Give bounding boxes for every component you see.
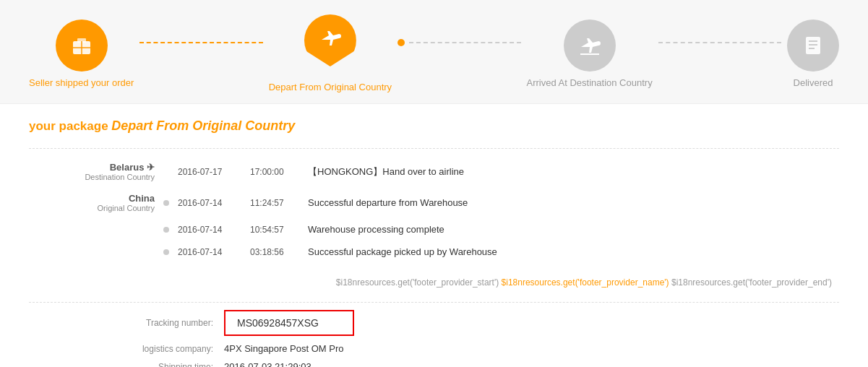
progress-section: Seller shipped your order Depart From Or… <box>0 0 868 104</box>
footer-name: $i18nresources.get('footer_provider_name… <box>502 277 669 288</box>
time-cell: 03:18:56 <box>246 241 304 263</box>
step-delivered: Delivered <box>787 20 839 88</box>
package-title: your package Depart From Original Countr… <box>29 118 839 134</box>
step-arrived: Arrived At Destination Country <box>527 20 653 88</box>
event-cell: Successful departure from Warehouse <box>304 187 839 218</box>
bullet-dot <box>163 249 169 255</box>
tracking-table: Belarus ✈ Destination Country 2016-07-17… <box>29 156 839 263</box>
location-country: China <box>33 193 155 204</box>
dot-cell <box>159 187 173 218</box>
event-cell: 【HONGKONG】Hand over to airline <box>304 156 839 187</box>
main-content: your package Depart From Original Countr… <box>0 104 868 367</box>
table-row: Belarus ✈ Destination Country 2016-07-17… <box>29 156 839 187</box>
time-cell: 10:54:57 <box>246 218 304 241</box>
footer-end: $i18nresources.get('footer_provider_end'… <box>671 277 832 288</box>
tracking-row: Tracking number: MS06928457XSG <box>130 310 839 336</box>
date-cell: 2016-07-17 <box>173 156 246 187</box>
package-prefix: your package <box>29 119 108 133</box>
step-seller-label: Seller shipped your order <box>29 77 134 88</box>
step-arrived-label: Arrived At Destination Country <box>527 77 653 88</box>
footer-start: $i18nresources.get('footer_provider_star… <box>336 277 499 288</box>
shipping-row: Shipping time: 2016-07-03 21:29:03 <box>130 361 839 367</box>
tracking-number-box: MS06928457XSG <box>224 310 354 336</box>
step-seller: Seller shipped your order <box>29 20 134 88</box>
shipping-label: Shipping time: <box>130 362 224 368</box>
connector-3 <box>658 42 781 43</box>
logistics-row: logistics company: 4PX Singapore Post OM… <box>130 343 839 354</box>
table-row: 2016-07-14 03:18:56 Successful package p… <box>29 241 839 263</box>
bullet-dot <box>163 200 169 206</box>
date-cell: 2016-07-14 <box>173 241 246 263</box>
step-depart-label: Depart From Original Country <box>269 82 392 92</box>
event-cell: Warehouse processing complete <box>304 218 839 241</box>
step-depart: Depart From Original Country <box>269 14 392 92</box>
time-cell: 17:00:00 <box>246 156 304 187</box>
step-delivered-label: Delivered <box>794 77 833 88</box>
location-cell: Belarus ✈ Destination Country <box>29 156 159 187</box>
dot-cell <box>159 218 173 241</box>
info-section: Tracking number: MS06928457XSG logistics… <box>29 310 839 367</box>
divider-2 <box>29 302 839 303</box>
location-cell: China Original Country <box>29 187 159 218</box>
delivered-icon <box>787 20 839 72</box>
location-cell <box>29 218 159 241</box>
tracking-label: Tracking number: <box>130 318 224 328</box>
date-cell: 2016-07-14 <box>173 218 246 241</box>
table-row: China Original Country 2016-07-14 11:24:… <box>29 187 839 218</box>
depart-pin-icon <box>304 14 356 76</box>
footer-provider: $i18nresources.get('footer_provider_star… <box>29 277 839 288</box>
bullet-dot <box>163 227 169 233</box>
connector-1 <box>139 42 262 43</box>
seller-icon <box>56 20 108 72</box>
location-country: Belarus ✈ <box>33 162 155 173</box>
arrived-icon <box>564 20 616 72</box>
tracking-value: MS06928457XSG <box>237 317 319 329</box>
logistics-value: 4PX Singapore Post OM Pro <box>224 343 343 354</box>
location-cell <box>29 241 159 263</box>
dot-cell <box>159 156 173 187</box>
dot-cell <box>159 241 173 263</box>
table-row: 2016-07-14 10:54:57 Warehouse processing… <box>29 218 839 241</box>
date-cell: 2016-07-14 <box>173 187 246 218</box>
package-status: Depart From Original Country <box>111 118 295 133</box>
event-cell: Successful package picked up by Warehous… <box>304 241 839 263</box>
connector-2 <box>398 42 520 43</box>
shipping-value: 2016-07-03 21:29:03 <box>224 361 311 367</box>
location-sub: Original Country <box>33 204 155 212</box>
location-sub: Destination Country <box>33 173 155 181</box>
logistics-label: logistics company: <box>130 344 224 354</box>
divider-1 <box>29 148 839 149</box>
time-cell: 11:24:57 <box>246 187 304 218</box>
